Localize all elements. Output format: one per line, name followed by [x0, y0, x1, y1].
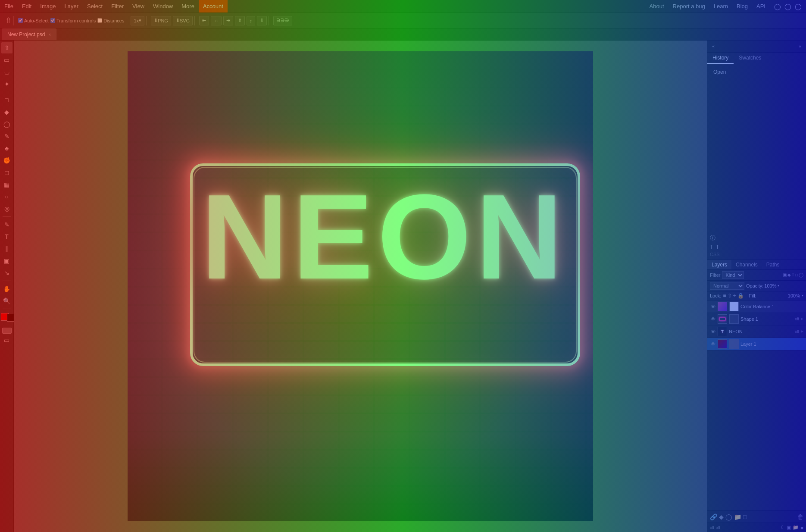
layer-row-color-balance[interactable]: 👁 Color Balance 1	[707, 300, 806, 313]
right-panel: « » History Swatches Open ⓘ T T CSS Laye	[707, 41, 806, 532]
layer-thumb-color-balance	[718, 302, 727, 311]
main-layout: ⇧ ▭ ◡ ✦ □ ◆ ◯ ✎ ♣ ✊ ◻ ▦ ○ ◎ ✎ T ‖ ▣ ↘ ✋ …	[0, 41, 806, 532]
